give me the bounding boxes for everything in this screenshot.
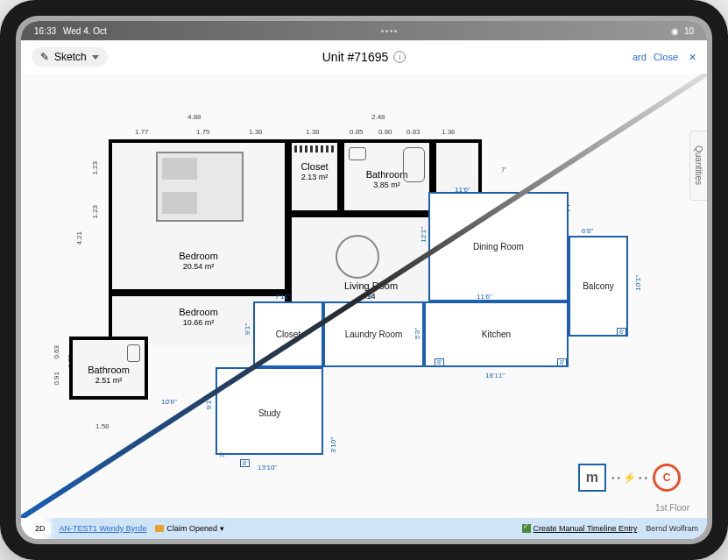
bp-label: Laundry Room	[325, 330, 422, 339]
bp-room-closet[interactable]: Closet	[253, 301, 323, 367]
bp-room-balcony[interactable]: Balcony	[569, 236, 628, 337]
quantities-tab[interactable]: Quantities	[689, 131, 707, 201]
close-button[interactable]: Close	[654, 52, 678, 63]
close-icon[interactable]: ✕	[689, 52, 696, 63]
bottom-status-bar: 2D AN-TEST1 Wendy Byrde Claim Opened ▾ C…	[21, 518, 707, 539]
bottom-left: 2D AN-TEST1 Wendy Byrde Claim Opened ▾	[21, 522, 224, 535]
status-ellipsis	[381, 30, 397, 32]
bottom-right: Create Manual Timeline Entry Bernd Wolfr…	[522, 524, 707, 533]
timeline-entry-link[interactable]: Create Manual Timeline Entry	[522, 524, 638, 533]
bp-room-laundry[interactable]: Laundry Room	[323, 301, 424, 367]
header-actions: ard Close ✕	[633, 52, 696, 63]
battery-level: 10	[684, 26, 694, 36]
brand-logos: m ••⚡•• C	[578, 464, 681, 492]
app-header: ✎ Sketch Unit #71695 i ard Close ✕	[21, 40, 707, 74]
check-icon	[522, 524, 531, 533]
blueprint-floorplan: 7' 11'6" 6'8" 12'1" 7'7" 10'1" Dining Ro…	[21, 74, 707, 518]
elev-marker: 8'	[617, 328, 626, 336]
canvas-area[interactable]: 4.88 2.48 1.77 1.75 1.36 1.38 0.85 0.80 …	[21, 74, 707, 518]
elev-marker: 8'	[435, 358, 444, 366]
view-mode-2d[interactable]: 2D	[30, 522, 51, 535]
app-screen: 16:33 Wed 4. Oct ◉ 10 ✎ Sketch Unit #716…	[21, 21, 707, 539]
elev-marker: 8'	[240, 459, 250, 467]
current-user: Bernd Wolfram	[646, 524, 698, 533]
bp-label: Dining Room	[430, 242, 567, 252]
bp-dim: 3'10"	[329, 437, 337, 453]
status-date: Wed 4. Oct	[63, 26, 107, 36]
bolt-icon: ⚡	[623, 471, 636, 484]
status-bar: 16:33 Wed 4. Oct ◉ 10	[21, 21, 707, 40]
bp-dim: 7'11"	[275, 293, 291, 301]
floor-label: 1st Floor	[655, 503, 689, 513]
bp-dim: 12'1"	[420, 227, 428, 243]
bp-dim: 5'3"	[413, 328, 421, 339]
bp-dim: 9'1"	[244, 323, 251, 335]
bp-dim: 6'8"	[582, 227, 593, 235]
tablet-frame: 16:33 Wed 4. Oct ◉ 10 ✎ Sketch Unit #716…	[0, 0, 728, 560]
bp-dim: 7'	[501, 166, 506, 174]
folder-icon	[155, 525, 164, 532]
case-link[interactable]: AN-TEST1 Wendy Byrde	[60, 524, 147, 533]
sketch-label: Sketch	[54, 51, 87, 63]
pencil-icon: ✎	[40, 51, 49, 63]
status-left: 16:33 Wed 4. Oct	[34, 26, 107, 36]
bp-label: Kitchen	[426, 330, 567, 339]
bp-room-dining[interactable]: Dining Room	[428, 192, 569, 301]
status-time: 16:33	[34, 26, 56, 36]
elev-marker: 8'	[557, 358, 567, 366]
chevron-down-icon: ▾	[220, 524, 224, 533]
bp-room-kitchen[interactable]: Kitchen	[424, 301, 569, 367]
bp-dim: 11'6"	[477, 293, 492, 301]
m-logo: m	[578, 464, 606, 492]
wifi-icon: ◉	[671, 26, 679, 36]
bp-room-study[interactable]: Study	[216, 367, 323, 455]
bp-dim: 9'1"	[205, 398, 213, 409]
document-title: Unit #71695	[322, 50, 389, 64]
bp-dim: 3'	[218, 452, 226, 457]
bp-dim: 4'9"	[363, 293, 374, 301]
c-logo: C	[653, 464, 681, 492]
status-right: ◉ 10	[671, 26, 694, 36]
claim-status[interactable]: Claim Opened ▾	[155, 524, 224, 533]
bp-dim: 18'11"	[485, 372, 505, 379]
bp-label: Study	[217, 408, 322, 418]
chevron-down-icon	[92, 55, 99, 60]
card-action[interactable]: ard	[633, 52, 647, 63]
document-title-area: Unit #71695 i	[322, 50, 406, 64]
bp-label: Balcony	[570, 281, 626, 291]
bp-label: Closet	[255, 330, 322, 339]
tablet-inner: 16:33 Wed 4. Oct ◉ 10 ✎ Sketch Unit #716…	[16, 16, 712, 544]
connector-dots: ••⚡••	[611, 471, 647, 484]
bp-dim: 13'10"	[258, 464, 277, 471]
sketch-dropdown[interactable]: ✎ Sketch	[32, 47, 108, 67]
info-icon[interactable]: i	[393, 51, 406, 63]
bp-dim: 10'1"	[634, 275, 642, 291]
